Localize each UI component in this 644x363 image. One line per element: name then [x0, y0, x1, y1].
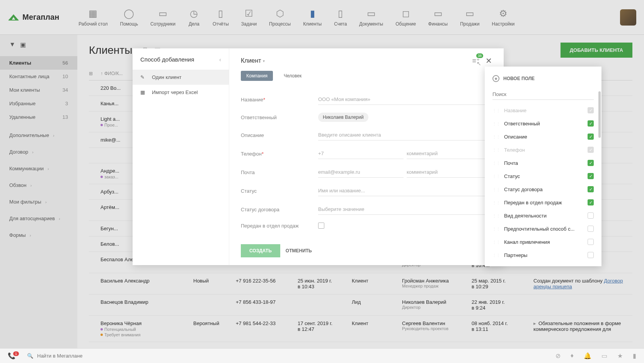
form-row: Почта — [241, 163, 492, 182]
drag-handle-icon[interactable]: ⋮⋮ — [492, 174, 500, 178]
field-search-input[interactable] — [492, 89, 594, 100]
phone-icon[interactable]: 📞1 — [8, 352, 15, 360]
field-checkbox[interactable]: ✓ — [588, 186, 594, 192]
form-input[interactable] — [318, 94, 492, 105]
field-checkbox[interactable] — [588, 212, 594, 219]
field-toggle-row[interactable]: ⋮⋮Статус✓ — [485, 170, 601, 183]
form-row: Передан в отдел продаж — [241, 219, 492, 233]
global-search[interactable]: 🔍 — [27, 353, 555, 359]
field-toggle-row[interactable]: ⋮⋮Телефон✓ — [485, 143, 601, 156]
form-label: Телефон* — [241, 151, 318, 157]
field-toggle-row[interactable]: ⋮⋮Передан в отдел продаж✓ — [485, 196, 601, 209]
tab[interactable]: Человек — [278, 71, 307, 81]
tab[interactable]: Компания — [241, 71, 273, 81]
modal-sidebar: Способ добавления ‹ ✎Один клиент▦Импорт … — [133, 48, 229, 265]
form-row: Статус — [241, 182, 492, 200]
field-checkbox[interactable]: ✓ — [588, 147, 594, 153]
field-checkbox[interactable] — [588, 239, 594, 245]
star-icon[interactable]: ★ — [617, 352, 623, 360]
cancel-button[interactable]: ОТМЕНИТЬ — [286, 244, 312, 257]
drag-handle-icon[interactable]: ⋮⋮ — [492, 161, 500, 165]
method-icon: ▦ — [140, 89, 147, 95]
form-input-comment[interactable] — [407, 148, 492, 159]
field-checkbox[interactable] — [588, 252, 594, 258]
form-label: Описание — [241, 132, 318, 138]
field-label: Партнеры — [504, 252, 527, 258]
field-label: Название — [504, 108, 526, 113]
field-label: Вид деятельности — [504, 213, 547, 219]
drag-handle-icon[interactable]: ⋮⋮ — [492, 148, 500, 152]
search-icon: 🔍 — [27, 353, 33, 359]
new-field-button[interactable]: + НОВОЕ ПОЛЕ — [485, 71, 601, 86]
field-checkbox[interactable]: ✓ — [588, 199, 594, 205]
form-input[interactable] — [318, 148, 404, 159]
form-input-comment[interactable] — [407, 167, 492, 178]
customize-fields-icon[interactable]: ≡⁺ 38 ↖ — [472, 57, 480, 65]
chip[interactable]: Николаев Валерий — [318, 113, 368, 122]
flag-icon[interactable]: ▮ — [633, 352, 636, 360]
create-button[interactable]: СОЗДАТЬ — [241, 244, 280, 257]
form-input[interactable] — [318, 167, 404, 178]
field-label: Статус договора — [504, 187, 543, 192]
field-toggle-row[interactable]: ⋮⋮Вид деятельности — [485, 209, 601, 222]
form-label: Статус — [241, 188, 318, 194]
field-label: Статус — [504, 173, 520, 179]
field-checkbox[interactable]: ✓ — [588, 120, 594, 127]
field-toggle-row[interactable]: ⋮⋮Описание✓ — [485, 130, 601, 143]
field-toggle-row[interactable]: ⋮⋮Название✓ — [485, 104, 601, 117]
drag-handle-icon[interactable]: ⋮⋮ — [492, 108, 500, 113]
client-type-dropdown[interactable]: Клиент▾ — [241, 57, 265, 64]
form-input[interactable] — [318, 204, 492, 215]
scrollbar[interactable] — [598, 91, 601, 138]
field-toggle-row[interactable]: ⋮⋮Ответственный✓ — [485, 117, 601, 130]
form-row: Статус договора — [241, 200, 492, 219]
field-checkbox[interactable]: ✓ — [588, 160, 594, 166]
field-checkbox[interactable]: ✓ — [588, 107, 594, 113]
alert-icon[interactable]: ⊘ — [555, 352, 561, 360]
method-item[interactable]: ✎Один клиент — [133, 70, 229, 85]
drag-handle-icon[interactable]: ⋮⋮ — [492, 187, 500, 192]
field-toggle-row[interactable]: ⋮⋮Предпочтительный способ с... — [485, 222, 601, 235]
field-checkbox[interactable]: ✓ — [588, 173, 594, 179]
drag-handle-icon[interactable]: ⋮⋮ — [492, 200, 500, 205]
form-row: Телефон* — [241, 144, 492, 163]
bell-icon[interactable]: 🔔 — [584, 352, 591, 360]
form-row: ОтветственныйНиколаев Валерий — [241, 109, 492, 126]
drag-handle-icon[interactable]: ⋮⋮ — [492, 253, 500, 257]
field-label: Предпочтительный способ с... — [504, 226, 574, 232]
drag-handle-icon[interactable]: ⋮⋮ — [492, 214, 500, 218]
drag-handle-icon[interactable]: ⋮⋮ — [492, 240, 500, 244]
fields-customizer-popup: + НОВОЕ ПОЛЕ ⋮⋮Название✓⋮⋮Ответственный✓… — [485, 67, 601, 266]
field-checkbox[interactable]: ✓ — [588, 134, 594, 140]
field-label: Почта — [504, 160, 518, 166]
phone-badge: 1 — [13, 351, 19, 356]
form-input[interactable] — [318, 185, 492, 196]
form-label: Ответственный — [241, 115, 318, 120]
chat-icon[interactable]: ▭ — [601, 352, 607, 360]
drag-handle-icon[interactable]: ⋮⋮ — [492, 122, 500, 126]
back-chevron-icon[interactable]: ‹ — [219, 57, 221, 63]
method-item[interactable]: ▦Импорт через Excel — [133, 85, 229, 100]
field-label: Ответственный — [504, 121, 540, 127]
fire-icon[interactable]: ♦ — [571, 352, 574, 360]
field-toggle-row[interactable]: ⋮⋮Почта✓ — [485, 156, 601, 170]
field-label: Канал привлечения — [504, 239, 550, 245]
form-label: Название* — [241, 97, 318, 103]
field-label: Описание — [504, 134, 527, 140]
form-label: Почта — [241, 170, 318, 175]
form-row: Описание — [241, 126, 492, 144]
form-input[interactable] — [318, 130, 492, 140]
field-label: Передан в отдел продаж — [504, 200, 562, 205]
field-checkbox[interactable] — [588, 226, 594, 232]
checkbox[interactable] — [318, 223, 324, 229]
close-icon[interactable]: ✕ — [486, 56, 492, 65]
global-search-input[interactable] — [37, 353, 555, 359]
drag-handle-icon[interactable]: ⋮⋮ — [492, 135, 500, 139]
form-label: Передан в отдел продаж — [241, 223, 318, 229]
field-toggle-row[interactable]: ⋮⋮Статус договора✓ — [485, 183, 601, 196]
field-toggle-row[interactable]: ⋮⋮Партнеры — [485, 248, 601, 262]
plus-circle-icon: + — [492, 75, 499, 82]
field-toggle-row[interactable]: ⋮⋮Канал привлечения — [485, 235, 601, 248]
drag-handle-icon[interactable]: ⋮⋮ — [492, 227, 500, 231]
form-label: Статус договора — [241, 207, 318, 212]
